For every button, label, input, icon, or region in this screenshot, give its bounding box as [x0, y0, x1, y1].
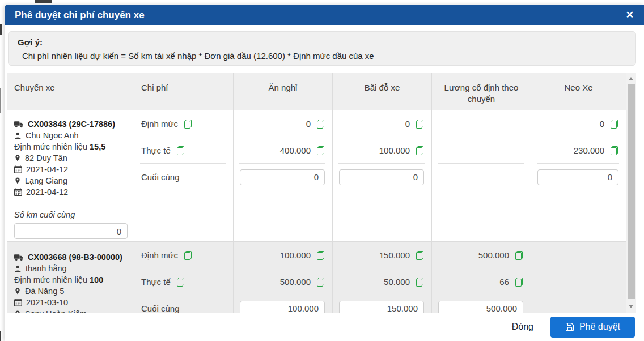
truck-icon — [14, 121, 24, 128]
column-header-an-nghi: Ăn nghỉ — [234, 73, 333, 110]
trip-code: CX003843 (29C-17886) — [28, 120, 115, 129]
cost-value: 500.000 — [280, 277, 311, 287]
origin-date: 2021-03-10 — [26, 298, 68, 307]
driver-icon — [14, 265, 22, 272]
table-row: CX003843 (29C-17886) Chu Ngọc Anh Định m… — [7, 110, 626, 241]
cost-value: 66 — [499, 277, 509, 287]
final-cost-input[interactable] — [240, 301, 325, 313]
cost-value: 400.000 — [280, 146, 311, 155]
cost-value: 50.000 — [384, 277, 410, 287]
copy-icon[interactable] — [609, 120, 618, 129]
row-label-thuc-te: Thực tế — [141, 277, 171, 287]
copy-icon[interactable] — [316, 278, 325, 287]
cost-value: 150.000 — [379, 250, 410, 260]
destination: Lạng Giang — [25, 176, 67, 185]
cost-value: 0 — [600, 119, 604, 129]
fuel-norm-value: 100 — [90, 275, 103, 284]
copy-icon[interactable] — [514, 278, 523, 287]
final-cost-input[interactable] — [339, 169, 424, 185]
approve-button[interactable]: Phê duyệt — [550, 317, 635, 338]
cost-cell-neo-xe: 0 230.000 — [531, 110, 626, 241]
table-header-row: Chuyến xe Chi phí Ăn nghỉ Bãi đỗ xe Lươn… — [7, 73, 626, 110]
scroll-up-icon[interactable] — [629, 77, 633, 80]
cost-cell-neo-xe-empty — [531, 242, 626, 313]
destination-date: 2021-04-12 — [26, 187, 68, 197]
calendar-icon — [14, 299, 22, 306]
final-cost-input[interactable] — [339, 301, 424, 313]
backdrop-fragment — [0, 24, 2, 35]
calendar-icon — [14, 165, 22, 173]
cost-cell-luong: 500.000 66 — [432, 242, 531, 313]
modal-header: Phê duyệt chi phí chuyến xe ✕ — [5, 5, 644, 25]
cost-cell-luong-empty — [432, 110, 531, 241]
copy-icon[interactable] — [609, 146, 618, 155]
final-cost-input[interactable] — [438, 301, 523, 313]
location-icon — [14, 287, 21, 295]
column-header-neo-xe: Neo Xe — [531, 73, 626, 110]
final-cost-input[interactable] — [240, 169, 325, 185]
fuel-norm-label: Định mức nhiên liệu — [14, 142, 87, 151]
cost-label-cell: Định mức Thực tế Cuối cùng — [134, 110, 234, 241]
copy-icon[interactable] — [415, 146, 424, 155]
copy-icon[interactable] — [514, 251, 523, 260]
close-button[interactable]: Đóng — [512, 322, 533, 332]
modal-footer: Đóng Phê duyệt — [5, 313, 644, 341]
scroll-down-icon[interactable] — [629, 305, 633, 308]
copy-icon[interactable] — [415, 278, 424, 287]
column-header-luong-co-dinh: Lương cố định theo chuyến — [432, 73, 531, 110]
fuel-norm-label: Định mức nhiên liệu — [14, 275, 87, 284]
save-icon — [565, 322, 574, 331]
cost-cell-bai-do: 0 100.000 — [333, 110, 432, 241]
cost-value: 230.000 — [574, 146, 604, 155]
cost-cell-bai-do: 150.000 50.000 — [333, 242, 432, 313]
location-icon — [14, 177, 21, 185]
driver-name: thanh hằng — [26, 264, 67, 273]
trip-code: CX003668 (98-B3-00000) — [28, 253, 122, 262]
modal-title: Phê duyệt chi phí chuyến xe — [15, 10, 145, 21]
origin: Đà Nẵng 5 — [25, 287, 64, 296]
row-label-cuoi-cung: Cuối cùng — [141, 304, 180, 313]
copy-icon[interactable] — [183, 120, 192, 129]
copy-icon[interactable] — [415, 251, 424, 260]
hint-box: Gợi ý: Chi phí nhiên liệu dự kiến = Số k… — [8, 31, 636, 66]
backdrop-fragment — [35, 0, 52, 3]
backdrop-fragment — [0, 331, 1, 341]
copy-icon[interactable] — [415, 120, 424, 129]
cost-table: Chuyến xe Chi phí Ăn nghỉ Bãi đỗ xe Lươn… — [7, 73, 636, 313]
final-km-label: Số km cuối cùng — [14, 210, 128, 221]
origin-date: 2021-04-12 — [26, 165, 68, 174]
backdrop-fragment — [0, 88, 1, 113]
table-row: CX003668 (98-B3-00000) thanh hằng Định m… — [7, 241, 626, 313]
location-icon — [14, 154, 21, 162]
cost-cell-an-nghi: 0 400.000 — [234, 110, 333, 241]
copy-icon[interactable] — [183, 251, 192, 260]
copy-icon[interactable] — [176, 146, 185, 155]
calendar-icon — [14, 188, 22, 196]
truck-icon — [14, 254, 24, 261]
row-label-thuc-te: Thực tế — [141, 146, 171, 155]
cost-cell-an-nghi: 100.000 500.000 — [234, 242, 333, 313]
cost-value: 100.000 — [280, 250, 311, 260]
copy-icon[interactable] — [176, 278, 185, 287]
column-header-chuyen-xe: Chuyến xe — [7, 73, 134, 110]
column-header-chi-phi: Chi phí — [134, 73, 234, 110]
column-header-bai-do-xe: Bãi đỗ xe — [333, 73, 432, 110]
copy-icon[interactable] — [316, 120, 325, 129]
trip-info-cell: CX003668 (98-B3-00000) thanh hằng Định m… — [7, 242, 134, 313]
copy-icon[interactable] — [316, 251, 325, 260]
final-cost-input[interactable] — [537, 169, 618, 185]
cost-value: 500.000 — [478, 250, 509, 260]
cost-value: 100.000 — [379, 146, 410, 155]
copy-icon[interactable] — [316, 146, 325, 155]
final-km-input[interactable] — [14, 223, 128, 239]
cost-value: 0 — [306, 119, 311, 129]
trip-info-cell: CX003843 (29C-17886) Chu Ngọc Anh Định m… — [7, 110, 134, 241]
scrollbar-thumb[interactable] — [628, 84, 635, 299]
close-icon[interactable]: ✕ — [626, 10, 634, 20]
approve-cost-modal: Phê duyệt chi phí chuyến xe ✕ Gợi ý: Chi… — [5, 5, 644, 341]
row-label-cuoi-cung: Cuối cùng — [141, 172, 180, 182]
vertical-scrollbar[interactable] — [626, 73, 636, 313]
hint-text: Chi phí nhiên liệu dự kiến = Số km tài x… — [18, 51, 626, 61]
cost-label-cell: Định mức Thực tế Cuối cùng — [134, 242, 234, 313]
driver-name: Chu Ngọc Anh — [26, 131, 79, 140]
